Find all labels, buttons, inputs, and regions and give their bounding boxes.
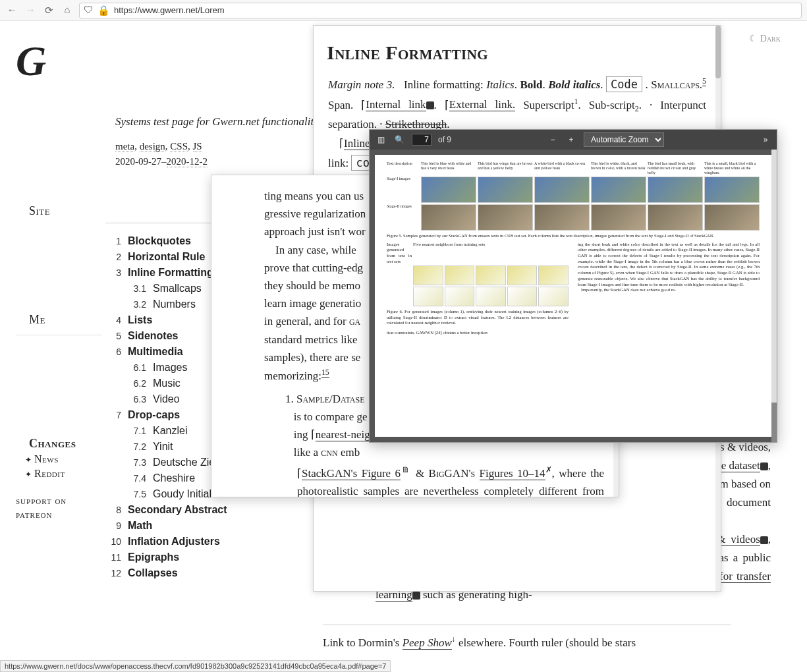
pdf-zoom-select[interactable]: Automatic Zoom (584, 132, 664, 147)
tag-meta[interactable]: meta (115, 141, 134, 152)
internal-link[interactable]: Internal link (366, 98, 426, 111)
pdf-sidebar-toggle[interactable]: ▥ (375, 134, 387, 146)
site-logo[interactable]: G (16, 37, 102, 86)
external-icon: ✗ (545, 465, 552, 474)
reload-button[interactable]: ⟳ (42, 4, 55, 17)
back-button[interactable]: ← (5, 4, 18, 17)
pdf-viewer: ▥ 🔍 of 9 − + Automatic Zoom » Text descr… (369, 129, 777, 443)
gwern-icon (412, 592, 420, 600)
tag-js[interactable]: JS (193, 141, 202, 152)
browser-toolbar: ← → ⟳ ⌂ 🛡 🔒 https://www.gwern.net/Lorem (0, 0, 807, 21)
sidebar-me[interactable]: Me (16, 221, 102, 327)
tag-css[interactable]: CSS (170, 141, 188, 152)
sidebar-reddit[interactable]: Reddit (16, 468, 102, 480)
pdf-search-button[interactable]: 🔍 (393, 134, 405, 146)
pdf-tools-button[interactable]: » (760, 134, 771, 146)
popup1-title: Inline Formatting (327, 42, 708, 64)
sidebar-changes[interactable]: Changes (16, 345, 102, 451)
pdf-toolbar: ▥ 🔍 of 9 − + Automatic Zoom » (370, 130, 777, 150)
toc-item[interactable]: 9Math (105, 520, 296, 532)
pdf-page-input[interactable] (412, 134, 431, 146)
pdf-figure5-grid: Text description This bird is blue with … (387, 161, 760, 231)
gwern-icon (760, 536, 768, 544)
pdf-figure6-grid: Images generated from text in test sets … (387, 242, 569, 307)
site-sidebar: G Site Me Changes News Reddit support on… (0, 21, 102, 672)
dormin-line: Link to Dormin's Peep Show↓ elsewhere. F… (323, 625, 731, 652)
external-link[interactable]: External link. (449, 98, 515, 111)
pdf-zoom-in[interactable]: + (565, 134, 577, 146)
url-text: https://www.gwern.net/Lorem (114, 5, 797, 15)
toc-item[interactable]: 8Secondary Abstract (105, 504, 296, 516)
toc-item[interactable]: 12Collapses (105, 567, 296, 579)
toc-item[interactable]: 10Inflation Adjusters (105, 536, 296, 547)
sidebar-site[interactable]: Site (16, 112, 102, 218)
gwern-icon (426, 101, 434, 109)
pdf-zoom-out[interactable]: − (547, 134, 559, 146)
gwern-icon (760, 462, 768, 470)
sidebar-patreon[interactable]: support on patreon (16, 494, 102, 522)
url-bar[interactable]: 🛡 🔒 https://www.gwern.net/Lorem (79, 3, 802, 18)
sidebar-news[interactable]: News (16, 453, 102, 465)
toc-item[interactable]: 11Epigraphs (105, 551, 296, 563)
home-button[interactable]: ⌂ (61, 4, 74, 17)
pdf-scrollbar[interactable] (771, 150, 777, 442)
shield-icon: 🛡 (84, 5, 94, 16)
tag-design[interactable]: design (140, 141, 165, 152)
lock-icon: 🔒 (97, 5, 110, 16)
pdf-page: Text description This bird is blue with … (375, 155, 771, 437)
pdf-page-area[interactable]: Text description This bird is blue with … (370, 150, 777, 442)
browser-status-bar: https://www.gwern.net/docs/www/openacces… (0, 660, 391, 672)
stackgan-link[interactable]: StackGAN's Figure 6 (302, 467, 401, 480)
forward-button[interactable]: → (24, 4, 37, 17)
pdf-icon: 🗎 (401, 465, 411, 474)
pdf-page-total: of 9 (438, 135, 451, 144)
